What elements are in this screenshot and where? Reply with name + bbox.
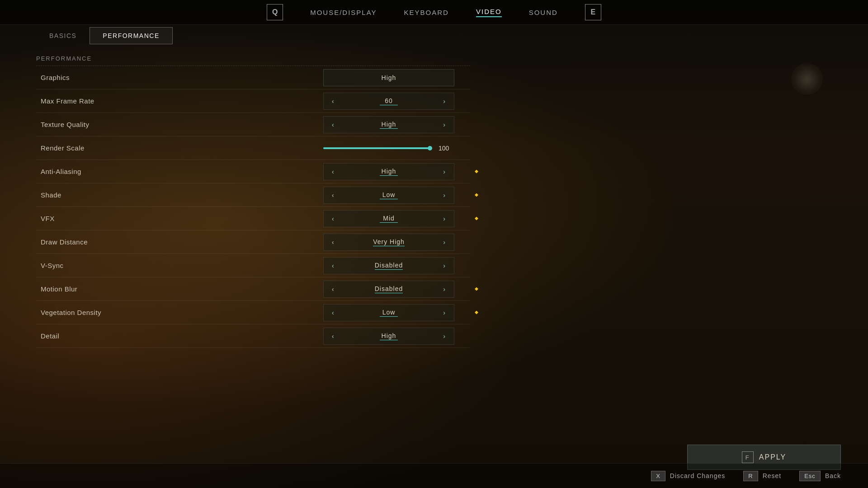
texture-quality-left[interactable]: ‹ bbox=[329, 119, 337, 130]
motion-blur-control[interactable]: ‹ Disabled › bbox=[323, 281, 454, 298]
motion-blur-value-container: Disabled bbox=[337, 285, 441, 293]
motion-blur-left[interactable]: ‹ bbox=[329, 284, 337, 295]
anti-aliasing-right[interactable]: › bbox=[440, 166, 448, 177]
nav-sound[interactable]: SOUND bbox=[529, 9, 558, 16]
control-v-sync: ‹ Disabled › bbox=[307, 257, 470, 274]
apply-key-icon: F bbox=[742, 451, 754, 463]
decorative-circle bbox=[791, 63, 823, 95]
setting-row-v-sync: V-Sync ‹ Disabled › bbox=[36, 254, 470, 277]
setting-row-draw-distance: Draw Distance ‹ Very High › bbox=[36, 230, 470, 254]
v-sync-right[interactable]: › bbox=[440, 260, 448, 271]
max-frame-rate-right[interactable]: › bbox=[440, 96, 448, 107]
setting-row-texture-quality: Texture Quality ‹ High › bbox=[36, 113, 470, 136]
tab-performance[interactable]: PERFORMANCE bbox=[90, 27, 172, 44]
graphics-dropdown[interactable]: High bbox=[323, 69, 454, 86]
max-frame-rate-value: 60 bbox=[380, 97, 398, 105]
control-shade: ‹ Low › bbox=[307, 187, 470, 204]
reset-label: Reset bbox=[763, 472, 782, 479]
control-vfx: ‹ Mid › bbox=[307, 210, 470, 227]
detail-control[interactable]: ‹ High › bbox=[323, 328, 454, 345]
discard-action[interactable]: X Discard Changes bbox=[651, 471, 725, 481]
draw-distance-right[interactable]: › bbox=[440, 237, 448, 248]
motion-blur-value: Disabled bbox=[375, 285, 403, 293]
vfx-value-container: Mid bbox=[337, 215, 441, 223]
v-sync-control[interactable]: ‹ Disabled › bbox=[323, 257, 454, 274]
draw-distance-control[interactable]: ‹ Very High › bbox=[323, 234, 454, 251]
settings-list: Graphics High Max Frame Rate ‹ 60 › bbox=[36, 66, 470, 348]
control-render-scale: 100 bbox=[307, 140, 470, 157]
vfx-left[interactable]: ‹ bbox=[329, 213, 337, 224]
label-vegetation-density: Vegetation Density bbox=[36, 309, 307, 316]
anti-aliasing-indicator bbox=[475, 170, 478, 174]
label-shade: Shade bbox=[36, 191, 307, 199]
main-content: Performance Graphics High Max Frame Rate… bbox=[36, 50, 470, 461]
texture-quality-value: High bbox=[380, 121, 398, 129]
anti-aliasing-left[interactable]: ‹ bbox=[329, 166, 337, 177]
draw-distance-value-container: Very High bbox=[337, 238, 441, 246]
label-motion-blur: Motion Blur bbox=[36, 285, 307, 293]
detail-left[interactable]: ‹ bbox=[329, 331, 337, 342]
shade-control[interactable]: ‹ Low › bbox=[323, 187, 454, 204]
nav-keyboard[interactable]: KEYBOARD bbox=[404, 9, 449, 16]
shade-value-container: Low bbox=[337, 191, 441, 199]
setting-row-graphics: Graphics High bbox=[36, 66, 470, 89]
vfx-value: Mid bbox=[380, 215, 398, 223]
label-texture-quality: Texture Quality bbox=[36, 121, 307, 128]
back-action[interactable]: Esc Back bbox=[799, 471, 841, 481]
nav-right-icon[interactable]: E bbox=[585, 4, 601, 20]
motion-blur-indicator bbox=[475, 287, 478, 291]
nav-left-icon[interactable]: Q bbox=[267, 4, 283, 20]
control-max-frame-rate: ‹ 60 › bbox=[307, 93, 470, 110]
setting-row-vfx: VFX ‹ Mid › bbox=[36, 207, 470, 230]
label-draw-distance: Draw Distance bbox=[36, 238, 307, 246]
setting-row-motion-blur: Motion Blur ‹ Disabled › bbox=[36, 277, 470, 301]
apply-label: APPLY bbox=[759, 453, 786, 461]
vfx-control[interactable]: ‹ Mid › bbox=[323, 210, 454, 227]
label-graphics: Graphics bbox=[36, 74, 307, 81]
texture-quality-right[interactable]: › bbox=[440, 119, 448, 130]
draw-distance-left[interactable]: ‹ bbox=[329, 237, 337, 248]
max-frame-rate-left[interactable]: ‹ bbox=[329, 96, 337, 107]
nav-mouse-display[interactable]: MOUSE/DISPLAY bbox=[310, 9, 377, 16]
texture-quality-control[interactable]: ‹ High › bbox=[323, 116, 454, 133]
setting-row-detail: Detail ‹ High › bbox=[36, 324, 470, 348]
shade-right[interactable]: › bbox=[440, 190, 448, 201]
vegetation-density-left[interactable]: ‹ bbox=[329, 307, 337, 318]
control-graphics[interactable]: High bbox=[307, 69, 470, 86]
vfx-indicator bbox=[475, 217, 478, 221]
anti-aliasing-control[interactable]: ‹ High › bbox=[323, 163, 454, 180]
slider-thumb[interactable] bbox=[428, 146, 432, 150]
shade-left[interactable]: ‹ bbox=[329, 190, 337, 201]
section-title: Performance bbox=[36, 50, 470, 66]
detail-value: High bbox=[380, 332, 398, 340]
vfx-right[interactable]: › bbox=[440, 213, 448, 224]
vegetation-density-value: Low bbox=[380, 309, 398, 317]
discard-key: X bbox=[651, 471, 665, 481]
v-sync-left[interactable]: ‹ bbox=[329, 260, 337, 271]
sub-tabs: BASICS PERFORMANCE bbox=[36, 27, 173, 44]
slider-track bbox=[323, 147, 432, 149]
control-vegetation-density: ‹ Low › bbox=[307, 304, 470, 321]
tab-basics[interactable]: BASICS bbox=[36, 27, 90, 44]
anti-aliasing-value: High bbox=[380, 168, 398, 176]
setting-row-anti-aliasing: Anti-Aliasing ‹ High › bbox=[36, 160, 470, 183]
vegetation-density-indicator bbox=[475, 311, 478, 314]
motion-blur-right[interactable]: › bbox=[440, 284, 448, 295]
graphics-value: High bbox=[382, 74, 396, 81]
bottom-bar: X Discard Changes R Reset Esc Back bbox=[0, 463, 868, 488]
control-motion-blur: ‹ Disabled › bbox=[307, 281, 470, 298]
render-scale-slider[interactable]: 100 bbox=[323, 140, 454, 157]
reset-action[interactable]: R Reset bbox=[743, 471, 781, 481]
label-anti-aliasing: Anti-Aliasing bbox=[36, 168, 307, 175]
draw-distance-value: Very High bbox=[373, 238, 405, 246]
setting-row-render-scale: Render Scale 100 bbox=[36, 136, 470, 160]
max-frame-rate-control[interactable]: ‹ 60 › bbox=[323, 93, 454, 110]
detail-value-container: High bbox=[337, 332, 441, 340]
vegetation-density-right[interactable]: › bbox=[440, 307, 448, 318]
label-detail: Detail bbox=[36, 332, 307, 340]
vegetation-density-control[interactable]: ‹ Low › bbox=[323, 304, 454, 321]
detail-right[interactable]: › bbox=[440, 331, 448, 342]
nav-video[interactable]: VIDEO bbox=[476, 8, 502, 17]
setting-row-shade: Shade ‹ Low › bbox=[36, 183, 470, 207]
shade-value: Low bbox=[380, 191, 398, 199]
